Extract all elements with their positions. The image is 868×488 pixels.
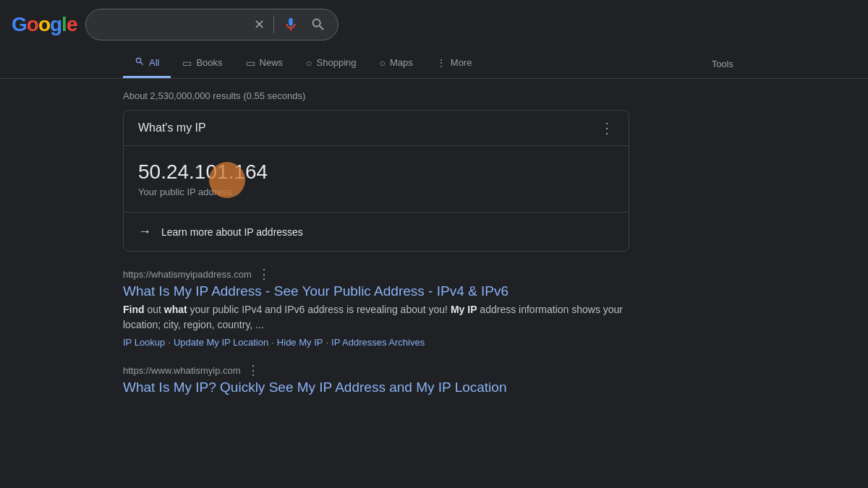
result-1-link-hide-ip[interactable]: Hide My IP (277, 337, 323, 348)
tab-shopping[interactable]: ○ Shopping (294, 50, 367, 78)
result-1-menu-button[interactable]: ⋮ (258, 266, 271, 282)
result-2-menu-button[interactable]: ⋮ (247, 362, 260, 378)
snippet-title: What's my IP (138, 121, 206, 134)
result-1-title[interactable]: What Is My IP Address - See Your Public … (123, 283, 629, 299)
results-count: About 2,530,000,000 results (0.55 second… (123, 85, 745, 110)
result-2-title[interactable]: What Is My IP? Quickly See My IP Address… (123, 380, 629, 395)
tab-news[interactable]: ▭ News (234, 50, 295, 78)
clear-button[interactable]: ✕ (251, 14, 268, 35)
result-2-source: https://www.whatismyip.com ⋮ (123, 362, 629, 378)
result-1-description: Find out what your public IPv4 and IPv6 … (123, 302, 629, 333)
tab-news-label: News (260, 57, 284, 68)
result-2-url: https://www.whatismyip.com (123, 365, 241, 376)
header: Google what's my ip ✕ (0, 0, 868, 49)
tab-shopping-label: Shopping (317, 57, 357, 68)
snippet-ip-section: 50.24.101.164 Your public IP address (124, 146, 629, 213)
tab-more-label: More (451, 57, 472, 68)
tab-all[interactable]: All (123, 49, 171, 78)
search-bar[interactable]: what's my ip ✕ (85, 9, 339, 40)
maps-icon: ○ (380, 57, 386, 69)
search-icons: ✕ (251, 14, 329, 35)
all-icon (135, 56, 145, 69)
snippet-header: What's my IP ⋮ (124, 111, 629, 146)
search-result-2: https://www.whatismyip.com ⋮ What Is My … (123, 362, 629, 395)
result-1-bold-3: My IP (451, 304, 477, 315)
tools-button[interactable]: Tools (700, 51, 745, 77)
search-button[interactable] (307, 14, 329, 35)
shopping-icon: ○ (306, 57, 312, 69)
tab-maps-label: Maps (390, 57, 413, 68)
separator (273, 16, 274, 33)
search-input[interactable]: what's my ip (101, 9, 245, 40)
mic-button[interactable] (280, 14, 302, 35)
news-icon: ▭ (246, 57, 255, 69)
books-icon: ▭ (182, 57, 192, 69)
result-1-url: https://whatismyipaddress.com (123, 269, 252, 280)
arrow-icon: → (138, 224, 151, 239)
result-1-links: IP Lookup · Update My IP Location · Hide… (123, 337, 629, 348)
result-1-source: https://whatismyipaddress.com ⋮ (123, 266, 629, 282)
mic-icon (283, 17, 299, 33)
learn-more-text: Learn more about IP addresses (161, 226, 303, 238)
ip-label: Your public IP address (138, 187, 614, 197)
result-1-bold-1: Find (123, 304, 145, 315)
tab-maps[interactable]: ○ Maps (368, 50, 425, 78)
search-result-1: https://whatismyipaddress.com ⋮ What Is … (123, 266, 629, 348)
search-icon (310, 17, 326, 33)
more-icon: ⋮ (436, 57, 446, 69)
result-1-link-update-location[interactable]: Update My IP Location (174, 337, 268, 348)
clear-icon: ✕ (254, 17, 265, 33)
result-1-bold-2: what (164, 304, 187, 315)
learn-more-row[interactable]: → Learn more about IP addresses (124, 213, 629, 251)
result-1-link-archives[interactable]: IP Addresses Archives (331, 337, 425, 348)
google-logo[interactable]: Google (12, 13, 77, 36)
tab-more[interactable]: ⋮ More (425, 50, 484, 78)
ip-address: 50.24.101.164 (138, 160, 614, 184)
result-1-link-ip-lookup[interactable]: IP Lookup (123, 337, 165, 348)
snippet-menu-button[interactable]: ⋮ (600, 121, 614, 135)
tab-all-label: All (149, 57, 159, 68)
tab-books-label: Books (196, 57, 222, 68)
nav-tabs: All ▭ Books ▭ News ○ Shopping ○ Maps ⋮ M… (0, 49, 868, 79)
featured-snippet: What's my IP ⋮ 50.24.101.164 Your public… (123, 110, 629, 252)
results-area: About 2,530,000,000 results (0.55 second… (0, 79, 868, 410)
tab-books[interactable]: ▭ Books (171, 50, 234, 78)
